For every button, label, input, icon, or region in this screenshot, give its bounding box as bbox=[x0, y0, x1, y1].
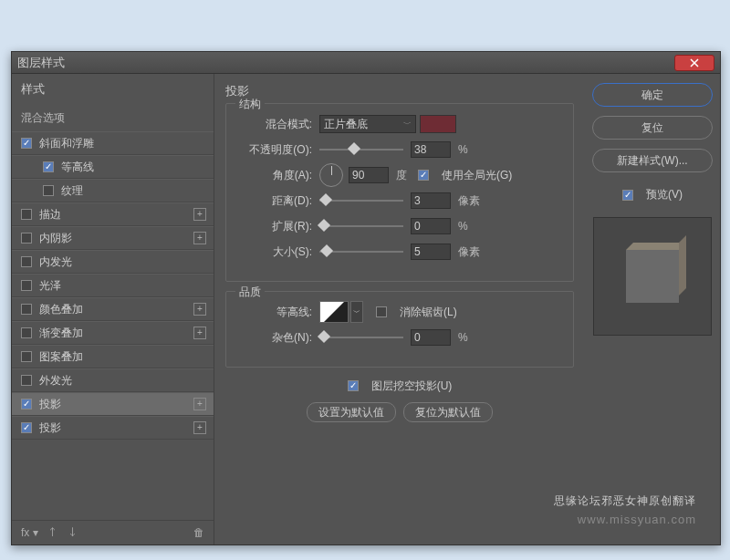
sidebar-footer: fx ▾ 🡑 🡓 🗑 bbox=[12, 520, 214, 544]
sidebar-item-12[interactable]: 投影+ bbox=[12, 416, 214, 440]
opacity-label: 不透明度(O): bbox=[235, 142, 312, 158]
sidebar-item-label: 斜面和浮雕 bbox=[39, 136, 94, 151]
cancel-button[interactable]: 复位 bbox=[592, 116, 713, 140]
spread-slider[interactable] bbox=[319, 220, 403, 233]
sidebar-item-checkbox[interactable] bbox=[21, 399, 32, 410]
reset-default-button[interactable]: 复位为默认值 bbox=[403, 402, 493, 422]
sidebar-item-checkbox[interactable] bbox=[21, 233, 32, 244]
distance-input[interactable]: 3 bbox=[411, 192, 451, 209]
noise-slider[interactable] bbox=[319, 331, 403, 344]
antialias-label: 消除锯齿(L) bbox=[400, 305, 457, 320]
shadow-color-swatch[interactable] bbox=[420, 115, 456, 133]
sidebar-item-5[interactable]: 内发光 bbox=[12, 250, 214, 274]
spread-input[interactable]: 0 bbox=[411, 218, 451, 234]
contour-label: 等高线: bbox=[235, 305, 312, 320]
sidebar-item-2[interactable]: 纹理 bbox=[12, 179, 214, 202]
sidebar-item-checkbox[interactable] bbox=[43, 161, 54, 172]
new-style-button[interactable]: 新建样式(W)... bbox=[592, 149, 713, 172]
sidebar-item-label: 描边 bbox=[39, 207, 61, 223]
blend-mode-label: 混合模式: bbox=[235, 117, 312, 132]
close-icon bbox=[690, 58, 699, 67]
settings-panel: 投影 结构 混合模式: 正片叠底 ﹀ 不透明度(O): 3 bbox=[214, 74, 585, 544]
panel-title: 投影 bbox=[225, 83, 574, 99]
sidebar-header: 样式 bbox=[12, 74, 214, 105]
size-label: 大小(S): bbox=[235, 244, 312, 260]
sidebar-item-label: 外发光 bbox=[39, 373, 72, 389]
sidebar-item-0[interactable]: 斜面和浮雕 bbox=[12, 131, 214, 155]
quality-legend: 品质 bbox=[235, 285, 265, 300]
structure-group: 结构 混合模式: 正片叠底 ﹀ 不透明度(O): 38 % bbox=[225, 103, 574, 282]
angle-label: 角度(A): bbox=[235, 168, 312, 183]
layer-style-dialog: 图层样式 样式 混合选项 斜面和浮雕等高线纹理描边+内阴影+内发光光泽颜色叠加+… bbox=[11, 51, 721, 545]
distance-slider[interactable] bbox=[319, 194, 403, 207]
contour-picker[interactable] bbox=[319, 301, 349, 323]
opacity-input[interactable]: 38 bbox=[411, 141, 451, 158]
contour-dropdown[interactable]: ﹀ bbox=[350, 301, 363, 323]
close-button[interactable] bbox=[674, 55, 714, 71]
sidebar-item-checkbox[interactable] bbox=[21, 280, 32, 291]
opacity-slider[interactable] bbox=[319, 143, 403, 156]
plus-icon[interactable]: + bbox=[193, 327, 206, 339]
sidebar-item-4[interactable]: 内阴影+ bbox=[12, 226, 214, 250]
plus-icon[interactable]: + bbox=[193, 208, 206, 221]
sidebar-item-7[interactable]: 颜色叠加+ bbox=[12, 297, 214, 321]
sidebar-item-label: 投影 bbox=[39, 420, 61, 436]
set-default-button[interactable]: 设置为默认值 bbox=[307, 402, 396, 422]
sidebar-item-checkbox[interactable] bbox=[21, 327, 32, 338]
titlebar[interactable]: 图层样式 bbox=[12, 52, 720, 74]
plus-icon[interactable]: + bbox=[193, 303, 206, 316]
sidebar-item-checkbox[interactable] bbox=[21, 256, 32, 267]
spread-label: 扩展(R): bbox=[235, 219, 312, 234]
global-light-label: 使用全局光(G) bbox=[442, 168, 512, 183]
sidebar-item-checkbox[interactable] bbox=[21, 375, 32, 386]
preview-box bbox=[593, 217, 712, 336]
sidebar-item-label: 等高线 bbox=[61, 160, 94, 175]
sidebar-item-11[interactable]: 投影+ bbox=[12, 392, 214, 416]
plus-icon[interactable]: + bbox=[193, 232, 206, 244]
preview-checkbox[interactable] bbox=[622, 190, 633, 201]
sidebar-item-3[interactable]: 描边+ bbox=[12, 202, 214, 226]
sidebar-item-label: 投影 bbox=[39, 397, 61, 412]
size-input[interactable]: 5 bbox=[411, 244, 451, 260]
sidebar-item-6[interactable]: 光泽 bbox=[12, 274, 214, 297]
up-icon[interactable]: 🡑 bbox=[47, 526, 58, 539]
angle-unit: 度 bbox=[396, 168, 407, 183]
down-icon[interactable]: 🡓 bbox=[68, 526, 78, 539]
ok-button[interactable]: 确定 bbox=[592, 83, 713, 107]
size-slider[interactable] bbox=[319, 245, 403, 258]
blend-mode-select[interactable]: 正片叠底 ﹀ bbox=[319, 115, 416, 133]
sidebar-item-checkbox[interactable] bbox=[21, 422, 32, 433]
sidebar-item-checkbox[interactable] bbox=[21, 209, 32, 220]
dialog-title: 图层样式 bbox=[17, 55, 674, 71]
plus-icon[interactable]: + bbox=[193, 421, 206, 434]
sidebar-item-1[interactable]: 等高线 bbox=[12, 155, 214, 179]
right-column: 确定 复位 新建样式(W)... 预览(V) bbox=[585, 74, 720, 544]
knockout-checkbox[interactable] bbox=[348, 380, 359, 391]
antialias-checkbox[interactable] bbox=[376, 306, 387, 317]
sidebar-item-checkbox[interactable] bbox=[21, 351, 32, 362]
global-light-checkbox[interactable] bbox=[418, 170, 429, 181]
sidebar-subheader[interactable]: 混合选项 bbox=[12, 105, 214, 131]
sidebar-item-label: 图案叠加 bbox=[39, 349, 83, 365]
sidebar-item-label: 纹理 bbox=[61, 183, 83, 199]
noise-input[interactable]: 0 bbox=[411, 329, 451, 346]
sidebar-item-label: 渐变叠加 bbox=[39, 326, 83, 341]
sidebar-item-9[interactable]: 图案叠加 bbox=[12, 345, 214, 368]
sidebar-item-checkbox[interactable] bbox=[43, 185, 54, 196]
preview-label: 预览(V) bbox=[646, 187, 683, 202]
sidebar-item-10[interactable]: 外发光 bbox=[12, 368, 214, 392]
angle-input[interactable]: 90 bbox=[349, 167, 389, 183]
structure-legend: 结构 bbox=[235, 97, 265, 112]
trash-icon[interactable]: 🗑 bbox=[193, 526, 204, 539]
styles-sidebar: 样式 混合选项 斜面和浮雕等高线纹理描边+内阴影+内发光光泽颜色叠加+渐变叠加+… bbox=[12, 74, 214, 544]
noise-label: 杂色(N): bbox=[235, 330, 312, 346]
sidebar-item-8[interactable]: 渐变叠加+ bbox=[12, 321, 214, 345]
fx-icon[interactable]: fx ▾ bbox=[21, 526, 38, 539]
sidebar-item-label: 内阴影 bbox=[39, 231, 72, 246]
plus-icon[interactable]: + bbox=[193, 398, 206, 410]
preview-cube bbox=[626, 250, 679, 303]
sidebar-item-checkbox[interactable] bbox=[21, 138, 32, 149]
angle-dial[interactable] bbox=[319, 163, 343, 187]
sidebar-item-checkbox[interactable] bbox=[21, 304, 32, 315]
quality-group: 品质 等高线: ﹀ 消除锯齿(L) 杂色(N): 0 bbox=[225, 291, 574, 368]
